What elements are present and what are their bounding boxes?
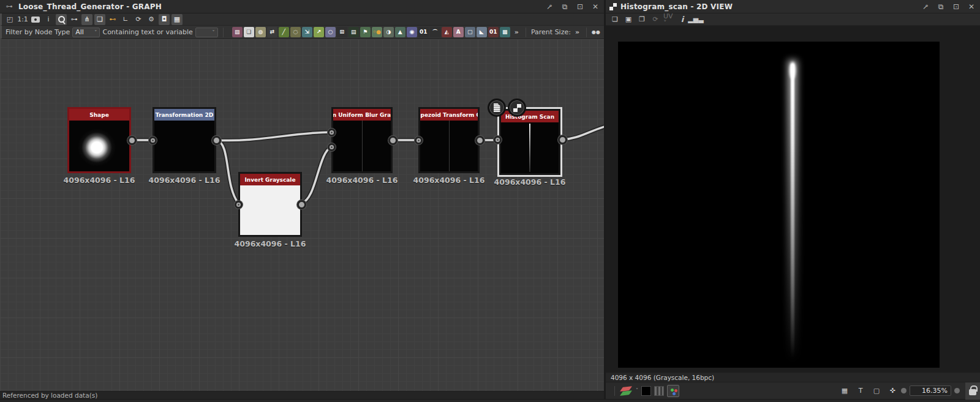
node-blur-icon[interactable]: ◌ [290,27,301,37]
background-black-swatch[interactable] [641,386,651,396]
maximize-icon[interactable]: ⊡ [951,2,961,12]
pan-icon[interactable]: ✜ [887,385,898,396]
node-channel-shuffle-icon[interactable]: ⇄ [267,27,277,37]
tiling-grid-icon[interactable]: ▦ [839,385,850,396]
view-2d-canvas[interactable] [606,26,980,373]
node-value-icon[interactable]: 01 [418,27,429,37]
zoom-level-field[interactable]: 16.35% [910,385,951,396]
pin-icon[interactable]: ⊸ [919,0,933,13]
node-trapezoid-transform[interactable]: Trapezoid Transform G... [418,107,480,173]
node-preview [240,185,300,235]
view-2d-toolbar: ❏▣❐⟳UV ˅i▂▅▃ [606,13,980,26]
zoom-out-button[interactable] [901,388,907,393]
background-stripes-swatch[interactable] [654,386,664,396]
close-icon[interactable]: ✕ [967,2,976,12]
node-preview [420,121,478,171]
node-bitmap-icon[interactable]: ▨ [232,27,243,37]
background-layers-icon[interactable] [620,385,633,396]
chevron-down-icon: ˅ [212,29,215,35]
graph-panel: ⊶ Loose_Thread_Generator - GRAPH ⊸ ⧉ ⊡ ✕… [0,0,604,399]
export-image-icon[interactable]: ❏ [609,14,620,25]
node-transform-icon[interactable]: ▢ [465,27,475,37]
input-port[interactable] [328,143,336,151]
node-fxmap-icon[interactable]: ▩ [500,27,510,37]
node-invert-grayscale[interactable]: Invert Grayscale [238,172,302,237]
link-display-icon[interactable]: ⊶ [69,14,80,25]
stack-view-icon[interactable]: ❏ [94,14,105,25]
containing-text-select[interactable]: ˅ [195,28,218,37]
input-port[interactable] [328,128,336,136]
pin-icon[interactable]: ⊸ [543,0,557,13]
palette-overflow-button[interactable]: » [513,28,521,36]
input-port[interactable] [235,201,243,209]
output-port[interactable] [297,200,306,209]
node-histogram-scan[interactable]: Histogram Scan [499,109,560,175]
actual-size-icon[interactable]: 1:1 [17,14,28,25]
output-port[interactable] [558,135,567,144]
input-port[interactable] [494,136,502,144]
node-flood-fill-icon[interactable]: ◣ [477,27,487,37]
straight-links-icon[interactable]: ⊷ [107,14,118,25]
copy-image-icon[interactable]: ❐ [636,14,647,25]
zoom-in-button[interactable] [954,388,960,393]
node-size-label: 4096x4096 - L16 [218,239,322,248]
info-icon[interactable]: i [677,14,688,25]
node-histogram-icon[interactable]: ▲ [395,27,405,37]
node-non-uniform-blur[interactable]: Non Uniform Blur Gray... [331,107,393,173]
search-icon[interactable] [56,14,67,25]
graph-toolbar: ◰1:1i⊶⋔❏⊷∟⟳⚙◘▦ [0,13,604,26]
view-2d-badge[interactable] [508,99,526,117]
tools-wrench-icon[interactable]: ⚙ [146,14,157,25]
preview-toggle-icon[interactable]: ◘ [159,14,170,25]
node-shape-icon[interactable]: ○ [325,27,336,37]
node-bitdepth-icon[interactable]: 01 [488,27,499,37]
output-port[interactable] [212,136,221,145]
node-hsl-icon[interactable]: ◉ [407,27,417,37]
output-port[interactable] [127,136,137,145]
lock-zoom-button[interactable] [965,382,980,400]
node-distance-icon[interactable]: ↗ [314,27,324,37]
node-splatter-icon[interactable]: ▤ [349,27,359,37]
maximize-icon[interactable]: ⊡ [575,2,585,12]
fit-view-icon[interactable]: ◰ [4,14,15,25]
parent-size-expand-button[interactable]: » [573,28,581,36]
node-shape[interactable]: Shape [67,107,131,173]
fit-frame-icon[interactable]: ▢ [871,385,882,396]
node-grayscale-conversion-icon[interactable]: ◑ [383,27,394,37]
node-svg-icon[interactable]: ❏ [244,27,254,37]
filter-node-type-select[interactable]: All ˅ [72,28,100,37]
node-gradient-map-icon[interactable]: ◦● [372,27,382,37]
parameters-badge[interactable] [488,99,506,117]
channels-rgb-button[interactable] [667,385,679,397]
size-presets-icon[interactable]: ●● [592,29,600,35]
output-port[interactable] [388,136,398,145]
graph-canvas[interactable]: Shape 4096x4096 - L16 Transformation 2D … [0,39,604,391]
uv-toggle: UV ˅ [663,14,674,25]
float-window-icon[interactable]: ⧉ [936,2,946,12]
node-levels-icon[interactable]: ╱ [279,27,289,37]
chevron-down-icon[interactable]: ˅ [636,388,638,393]
node-directional-warp-icon[interactable]: ⇲ [302,27,312,37]
input-port[interactable] [415,136,423,144]
node-mirror-icon[interactable]: ◭ [442,27,452,37]
auto-layout-icon[interactable]: ⋔ [81,14,92,25]
node-transformation-2d[interactable]: Transformation 2D [153,107,216,173]
grid-snap-icon[interactable]: ▦ [172,14,183,25]
compute-refresh-icon[interactable]: ⟳ [133,14,144,25]
elbow-links-icon[interactable]: ∟ [120,14,131,25]
node-blend-icon[interactable]: ◍ [255,27,266,37]
histogram-panel-icon[interactable]: ▂▅▃ [690,14,701,25]
screenshot-camera-icon[interactable] [30,14,41,25]
output-port[interactable] [475,136,484,145]
node-tile-generator-icon[interactable]: ⊞ [337,27,347,37]
node-text-icon[interactable]: A [453,27,464,37]
input-port[interactable] [149,136,157,144]
node-gradient-icon[interactable]: ⚑ [360,27,371,37]
node-curve-icon[interactable]: ⌒ [430,27,440,37]
info-dropdown-icon[interactable]: i [43,14,54,25]
texture-filtering-icon[interactable]: T [855,385,866,396]
close-icon[interactable]: ✕ [590,2,600,12]
float-window-icon[interactable]: ⧉ [560,2,570,12]
graph-titlebar: ⊶ Loose_Thread_Generator - GRAPH ⊸ ⧉ ⊡ ✕ [0,0,604,13]
save-image-icon[interactable]: ▣ [623,14,634,25]
